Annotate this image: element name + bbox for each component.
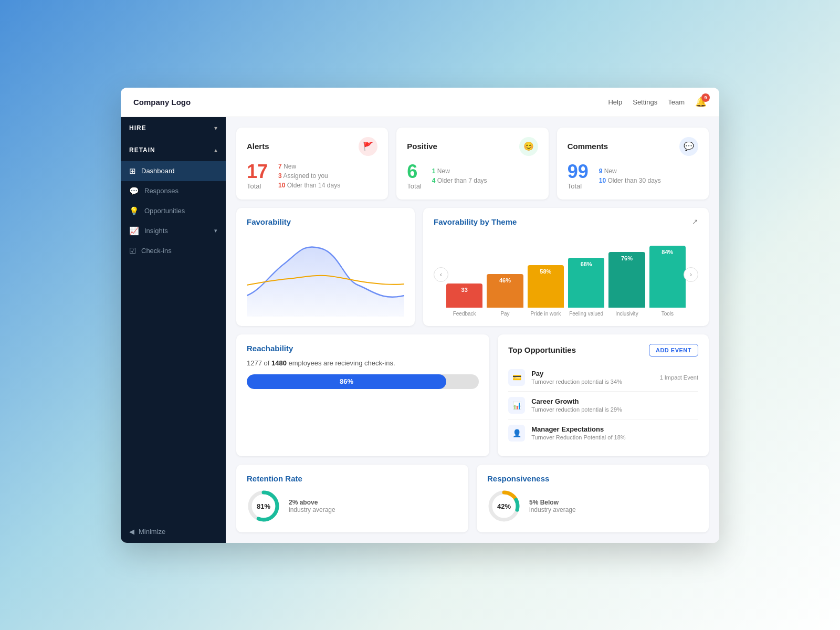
sidebar-section-retain[interactable]: RETAIN ▴ bbox=[121, 139, 226, 161]
bar-group: 33 Feedback bbox=[446, 284, 482, 317]
top-opportunities-card: Top Opportunities ADD EVENT 💳 Pay Turnov… bbox=[498, 334, 709, 456]
bars-nav-right[interactable]: › bbox=[684, 267, 698, 282]
insights-icon: 📈 bbox=[129, 226, 139, 236]
bar-value-label: 46% bbox=[499, 277, 511, 284]
hire-chevron-icon: ▾ bbox=[214, 124, 217, 132]
opp-name: Pay bbox=[531, 370, 659, 377]
by-theme-header: Favorability by Theme ↗ bbox=[434, 217, 698, 226]
charts-row: Favorability bbox=[236, 208, 709, 326]
comments-card-body: 99 Total 9 New 10 Older than 30 days bbox=[568, 162, 698, 190]
alerts-stats: 7 New 3 Assigned to you 10 Older than 14… bbox=[278, 163, 340, 189]
comments-stats: 9 New 10 Older than 30 days bbox=[599, 167, 661, 184]
alerts-stat2: 3 Assigned to you bbox=[278, 172, 340, 180]
opp-icon: 📊 bbox=[508, 397, 525, 414]
row3: Reachability 1277 of 1480 employees are … bbox=[236, 334, 709, 456]
top-opp-title: Top Opportunities bbox=[508, 345, 576, 354]
minimize-button[interactable]: ◀ Minimize bbox=[121, 520, 226, 543]
sidebar-item-responses[interactable]: 💬 Responses bbox=[121, 181, 226, 201]
alert-cards-row: Alerts 🚩 17 Total 7 New 3 Assigned to yo… bbox=[236, 128, 709, 200]
by-theme-card: Favorability by Theme ↗ ‹ 33 Feedback 46… bbox=[423, 208, 709, 326]
responsiveness-info: 5% Below industry average bbox=[529, 499, 576, 513]
reach-desc-post: employees are recieving check-ins. bbox=[287, 359, 395, 367]
team-link[interactable]: Team bbox=[668, 98, 685, 106]
bar-value-label: 68% bbox=[581, 261, 592, 267]
opp-name: Manager Expectations bbox=[531, 425, 698, 433]
comments-title: Comments bbox=[568, 142, 608, 151]
opportunities-icon: 💡 bbox=[129, 206, 139, 216]
alerts-total-label: Total bbox=[247, 182, 268, 190]
opp-sub: Turnover reduction potential is 34% bbox=[531, 379, 659, 385]
retention-above: 2% above bbox=[289, 499, 335, 506]
positive-title: Positive bbox=[407, 142, 437, 151]
bar-group: 76% Inclusivity bbox=[608, 252, 645, 317]
comments-icon-circle: 💬 bbox=[679, 137, 698, 156]
retention-avg: industry average bbox=[289, 506, 335, 513]
sidebar-label-checkins: Check-ins bbox=[141, 247, 172, 255]
minimize-label: Minimize bbox=[139, 528, 165, 536]
retention-info: 2% above industry average bbox=[289, 499, 335, 513]
opp-text: Career Growth Turnover reduction potenti… bbox=[531, 397, 698, 413]
alerts-card-header: Alerts 🚩 bbox=[247, 137, 377, 156]
positive-total-group: 6 Total bbox=[407, 162, 421, 190]
favorability-card: Favorability bbox=[236, 208, 415, 326]
main-layout: HIRE ▾ RETAIN ▴ ⊞ Dashboard 💬 Responses … bbox=[121, 117, 719, 543]
bar-category-label: Inclusivity bbox=[615, 311, 638, 317]
app-window: Company Logo Help Settings Team 🔔 9 HIRE… bbox=[121, 88, 719, 543]
help-link[interactable]: Help bbox=[608, 98, 622, 106]
top-nav-right: Help Settings Team 🔔 9 bbox=[608, 96, 707, 108]
responses-icon: 💬 bbox=[129, 186, 139, 196]
comment-icon: 💬 bbox=[684, 141, 694, 151]
smile-icon: 😊 bbox=[523, 141, 534, 151]
comments-total-num: 99 bbox=[568, 162, 589, 181]
bar-group: 46% Pay bbox=[487, 274, 523, 317]
bar-category-label: Tools bbox=[662, 311, 674, 317]
comments-stat2-num: 10 bbox=[599, 177, 606, 184]
positive-card-body: 6 Total 1 New 4 Older than 7 days bbox=[407, 162, 538, 190]
positive-stat1-num: 1 bbox=[432, 167, 436, 175]
minimize-arrow-icon: ◀ bbox=[129, 528, 134, 536]
opportunity-item: 💳 Pay Turnover reduction potential is 34… bbox=[508, 364, 698, 392]
by-theme-title: Favorability by Theme bbox=[434, 217, 517, 226]
sidebar: HIRE ▾ RETAIN ▴ ⊞ Dashboard 💬 Responses … bbox=[121, 117, 226, 543]
positive-card: Positive 😊 6 Total 1 New 4 Older than 7 … bbox=[396, 128, 548, 200]
sidebar-item-insights[interactable]: 📈 Insights ▾ bbox=[121, 221, 226, 241]
bars-nav-left[interactable]: ‹ bbox=[434, 267, 448, 282]
opp-name: Career Growth bbox=[531, 397, 698, 405]
reach-bold: 1480 bbox=[271, 359, 287, 367]
responsiveness-avg: industry average bbox=[529, 506, 576, 513]
alerts-stat3: 10 Older than 14 days bbox=[278, 182, 340, 189]
opp-impact: 1 Impact Event bbox=[660, 374, 698, 381]
opportunity-item: 👤 Manager Expectations Turnover Reductio… bbox=[508, 419, 698, 447]
settings-link[interactable]: Settings bbox=[633, 98, 657, 106]
retain-chevron-icon: ▴ bbox=[214, 146, 217, 154]
alerts-total-group: 17 Total bbox=[247, 162, 268, 190]
dashboard-icon: ⊞ bbox=[129, 166, 136, 176]
comments-total-label: Total bbox=[568, 182, 589, 190]
alerts-card-body: 17 Total 7 New 3 Assigned to you 10 Olde… bbox=[247, 162, 377, 190]
alerts-stat1: 7 New bbox=[278, 163, 340, 170]
positive-stats: 1 New 4 Older than 7 days bbox=[432, 167, 487, 184]
positive-total-label: Total bbox=[407, 182, 421, 190]
comments-card-header: Comments 💬 bbox=[568, 137, 698, 156]
notifications-bell[interactable]: 🔔 9 bbox=[695, 96, 707, 108]
sidebar-item-opportunities[interactable]: 💡 Opportunities bbox=[121, 201, 226, 221]
sidebar-section-hire[interactable]: HIRE ▾ bbox=[121, 117, 226, 139]
bars-wrapper: ‹ 33 Feedback 46% Pay 58% Pride in work … bbox=[434, 233, 698, 317]
positive-stat2-num: 4 bbox=[432, 177, 436, 184]
main-content: Alerts 🚩 17 Total 7 New 3 Assigned to yo… bbox=[226, 117, 719, 543]
sidebar-item-checkins[interactable]: ☑ Check-ins bbox=[121, 241, 226, 261]
positive-stat1: 1 New bbox=[432, 167, 487, 175]
sidebar-item-dashboard[interactable]: ⊞ Dashboard bbox=[121, 161, 226, 181]
top-nav: Company Logo Help Settings Team 🔔 9 bbox=[121, 88, 719, 117]
reachability-desc: 1277 of 1480 employees are recieving che… bbox=[247, 359, 479, 367]
positive-total-num: 6 bbox=[407, 162, 421, 181]
opp-text: Pay Turnover reduction potential is 34% bbox=[531, 370, 659, 385]
reach-desc-pre: 1277 of bbox=[247, 359, 271, 367]
bar-value-label: 58% bbox=[540, 268, 551, 275]
add-event-button[interactable]: ADD EVENT bbox=[649, 344, 698, 356]
external-link-icon[interactable]: ↗ bbox=[692, 217, 698, 226]
opp-icon: 💳 bbox=[508, 369, 525, 386]
comments-stat1-num: 9 bbox=[599, 167, 603, 175]
responsiveness-donut: 42% bbox=[487, 489, 521, 523]
alerts-stat2-num: 3 bbox=[278, 172, 282, 180]
